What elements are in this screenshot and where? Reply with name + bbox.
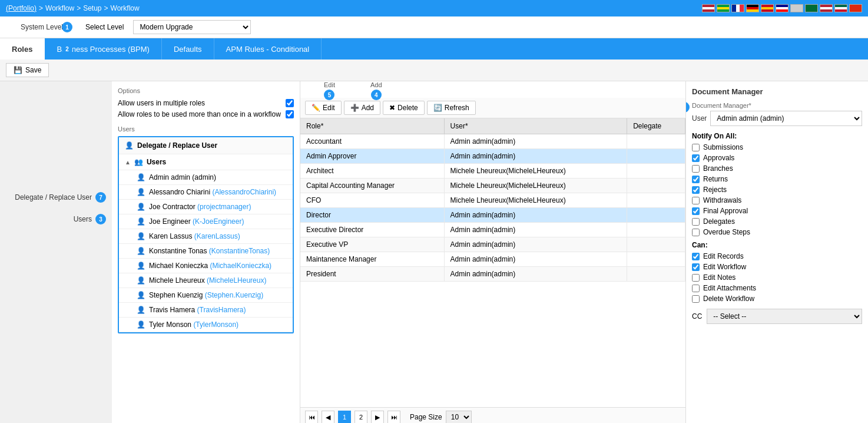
flag-au[interactable] [776,4,789,12]
refresh-button[interactable]: 🔄 Refresh [427,101,476,115]
flag-es[interactable] [761,4,774,12]
users-tree: 👤 Delegate / Replace User ▲ 👥 Users 👤 Ad… [118,136,294,333]
table-row[interactable]: Accountant Admin admin(admin) [300,134,685,149]
save-bar: 💾 Save [0,60,868,81]
top-bar: (Portfolio) > Workflow > Setup > Workflo… [0,0,868,16]
add-button[interactable]: ➕ Add [344,101,380,115]
withdrawals-checkbox[interactable] [692,197,700,204]
can-edit-workflow: Edit Workflow [692,263,862,271]
user-item-5[interactable]: 👤 Konstantine Tonas (KonstantineTonas) [119,244,293,259]
cc-select[interactable]: -- Select -- [707,309,862,324]
badge-2: 2 [62,44,72,54]
table-row[interactable]: Executive VP Admin admin(admin) [300,237,685,252]
approvals-checkbox[interactable] [692,154,700,162]
delegate-annotation: Delegate / Replace User 7 [15,192,106,203]
doc-manager-user-sublabel: User [692,114,707,123]
user-item-10[interactable]: 👤 Tyler Monson (TylerMonson) [119,318,293,332]
edit-attachments-checkbox[interactable] [692,285,700,292]
table-row[interactable]: Director Admin admin(admin) [300,208,685,223]
rejects-checkbox[interactable] [692,186,700,194]
delete-icon: ✖ [389,104,395,112]
user-item-8[interactable]: 👤 Stephen Kuenzig (Stephen.Kuenzig) [119,288,293,303]
user-item-2[interactable]: 👤 Joe Contractor (projectmanager) [119,200,293,214]
tab-apm-rules[interactable]: APM Rules - Conditional [214,38,322,60]
user-item-9[interactable]: 👤 Travis Hamera (TravisHamera) [119,303,293,318]
edit-button[interactable]: ✏️ Edit [305,101,342,115]
overdue-steps-checkbox[interactable] [692,229,700,236]
flag-de[interactable] [746,4,759,12]
notify-approvals: Approvals [692,154,862,162]
flag-mx[interactable] [834,4,847,12]
delegate-replace-label: Delegate / Replace User [137,141,217,150]
flag-us2[interactable] [820,4,833,12]
branches-checkbox[interactable] [692,165,700,173]
tab-roles[interactable]: Roles [0,38,45,60]
user-icon-5: 👤 [137,247,145,255]
option-row-1: Allow users in multiple roles [118,99,294,107]
user-name-3: Joe Engineer (K-JoeEngineer) [149,217,244,226]
user-name-8: Stephen Kuenzig (Stephen.Kuenzig) [149,291,263,299]
page-size-select[interactable]: 10 25 50 [446,411,472,423]
table-row[interactable]: President Admin admin(admin) [300,267,685,282]
page-prev-button[interactable]: ◀ [322,411,334,423]
can-title: Can: [692,241,862,249]
delegate-replace-user-item[interactable]: 👤 Delegate / Replace User [119,137,293,154]
notify-returns: Returns [692,175,862,183]
edit-records-checkbox[interactable] [692,253,700,260]
page-last-button[interactable]: ⏭ [387,411,400,423]
page-first-button[interactable]: ⏮ [305,411,318,423]
submissions-checkbox[interactable] [692,144,700,151]
delete-button[interactable]: ✖ Delete [383,101,425,115]
final-approval-checkbox[interactable] [692,207,700,215]
level-select[interactable]: Modern Upgrade Standard Advanced [133,20,251,34]
final-approval-label: Final Approval [703,207,748,215]
user-icon-1: 👤 [137,188,145,196]
flag-cn[interactable] [849,4,862,12]
doc-manager-user-select[interactable]: Admin admin (admin) [710,111,862,126]
system-level-row: System Level 1 Select Level Modern Upgra… [0,16,868,38]
delegates-checkbox[interactable] [692,218,700,226]
edit-workflow-checkbox[interactable] [692,263,700,271]
user-icon-4: 👤 [137,232,145,240]
left-labels-area: Users 3 Delegate / Replace User 7 [0,81,112,423]
page-1-button[interactable]: 1 [338,411,351,423]
tab-defaults[interactable]: Defaults [162,38,214,60]
users-group-item[interactable]: ▲ 👥 Users [119,154,293,170]
page-size-label: Page Size [410,413,442,421]
doc-manager-panel: Document Manager 6 Document Manager* Use… [685,81,868,423]
returns-checkbox[interactable] [692,176,700,183]
user-item-7[interactable]: 👤 Michele Lheureux (MicheleLHeureux) [119,273,293,288]
page-next-button[interactable]: ▶ [371,411,384,423]
badge-6: 6 [685,102,690,113]
edit-notes-checkbox[interactable] [692,274,700,282]
user-item-0[interactable]: 👤 Admin admin (admin) [119,170,293,185]
flag-un[interactable] [790,4,803,12]
doc-manager-user-field: Document Manager* User Admin admin (admi… [692,102,862,126]
delete-workflow-checkbox[interactable] [692,295,700,303]
user-name-2: Joe Contractor (projectmanager) [149,203,251,211]
pagination-row: ⏮ ◀ 1 2 ▶ ⏭ Page Size 10 25 50 [300,407,685,423]
save-button[interactable]: 💾 Save [6,63,49,77]
flag-br[interactable] [717,4,730,12]
flag-sa[interactable] [805,4,818,12]
user-item-3[interactable]: 👤 Joe Engineer (K-JoeEngineer) [119,214,293,229]
user-item-6[interactable]: 👤 Michael Konieczka (MichaelKonieczka) [119,259,293,273]
flags-bar [702,4,862,12]
table-row[interactable]: Architect Michele Lheureux(MicheleLHeure… [300,164,685,179]
option-2-checkbox[interactable] [286,110,294,118]
user-item-4[interactable]: 👤 Karen Lassus (KarenLassus) [119,229,293,244]
flag-us[interactable] [702,4,715,12]
option-1-checkbox[interactable] [286,99,294,107]
users-group-icon: 👥 [134,158,143,166]
table-row[interactable]: Maintanence Manager Admin admin(admin) [300,252,685,267]
refresh-icon: 🔄 [433,104,442,112]
flag-fr[interactable] [731,4,744,12]
table-row[interactable]: Capital Accounting Manager Michele Lheur… [300,179,685,193]
table-row[interactable]: CFO Michele Lheureux(MicheleLHeureux) [300,193,685,208]
breadcrumb-portfolio[interactable]: (Portfolio) [6,4,37,12]
table-row[interactable]: Executive Director Admin admin(admin) [300,223,685,237]
page-2-button[interactable]: 2 [355,411,367,423]
table-row[interactable]: Admin Approver Admin admin(admin) [300,149,685,164]
user-icon-6: 👤 [137,262,145,270]
user-item-1[interactable]: 👤 Alessandro Chiarini (AlessandroChiarin… [119,185,293,200]
